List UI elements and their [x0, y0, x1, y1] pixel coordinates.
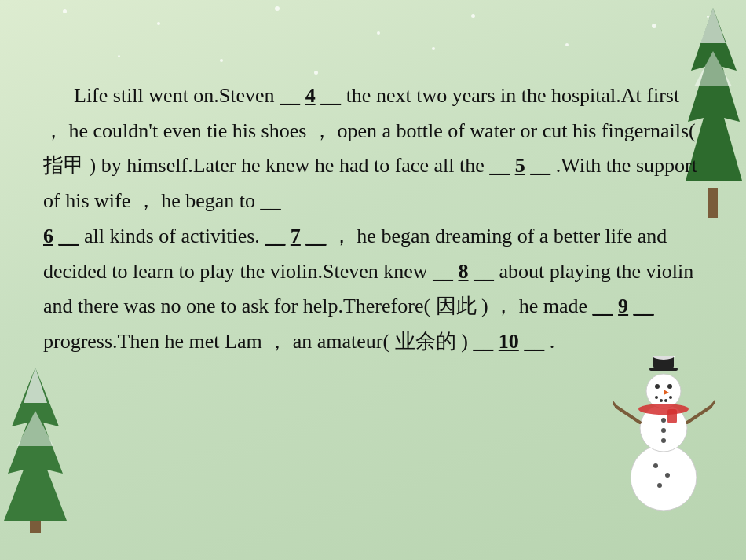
blank-before-9: __ [593, 295, 613, 317]
blank-after-10: __ [524, 330, 544, 353]
blank-before-4: __ [280, 84, 300, 107]
blank-9: 9 [618, 295, 628, 317]
blank-5: 5 [515, 154, 525, 177]
text-period: . [544, 330, 554, 353]
blank-10: 10 [499, 330, 519, 353]
text-all-kinds: all kinds of activities. [79, 225, 265, 247]
blank-after-4: __ [320, 84, 341, 107]
blank-before-8: __ [433, 260, 453, 283]
blank-8: 8 [459, 260, 469, 283]
blank-before-10: __ [473, 330, 493, 353]
blank-after-5: __ [530, 154, 550, 177]
main-content: Life still went on.Steven __ 4 __ the ne… [0, 0, 746, 383]
blank-after-9: __ [634, 295, 654, 317]
blank-4: 4 [305, 84, 316, 107]
blank-7: 7 [291, 225, 301, 247]
blank-after-8: __ [474, 260, 494, 283]
blank-before-6: __ [261, 189, 281, 212]
text-progress: progress.Then he met Lam ， an amateur( 业… [43, 330, 473, 353]
chinese-fingernails: 指甲 [43, 154, 84, 177]
blank-after-6: __ [59, 225, 79, 247]
blank-6: 6 [43, 225, 53, 247]
blank-before-7: __ [265, 225, 285, 247]
chinese-therefore: 因此 [436, 295, 477, 317]
blank-after-7: __ [305, 225, 326, 247]
passage-text: Life still went on.Steven __ 4 __ the ne… [43, 79, 703, 360]
text-life-still: Life still went on.Steven [43, 84, 280, 107]
blank-before-5: __ [489, 154, 510, 177]
chinese-amateur: 业余的 [395, 330, 456, 353]
